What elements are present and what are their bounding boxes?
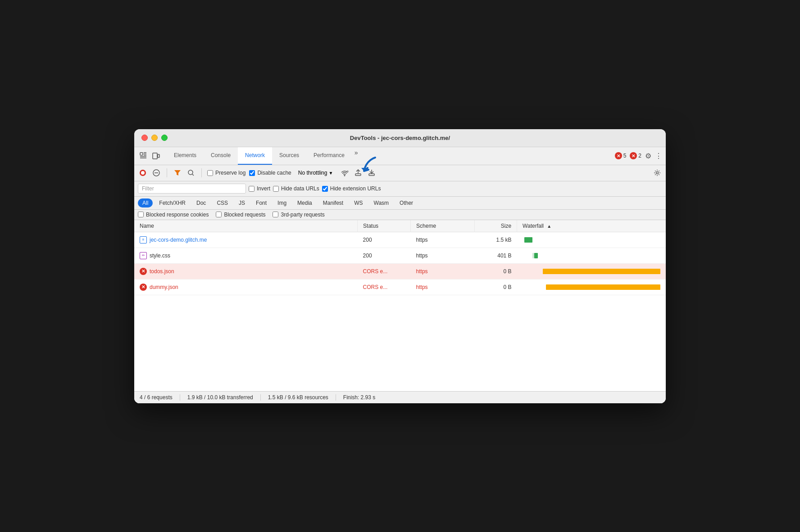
window-title: DevTools - jec-cors-demo.glitch.me/ <box>350 135 450 141</box>
error-badge-2[interactable]: ✕ 2 <box>630 152 641 159</box>
type-filter-all[interactable]: All <box>138 198 153 207</box>
resources-size: 1.5 kB / 9.6 kB resources <box>261 394 336 401</box>
tab-network[interactable]: Network <box>238 147 272 165</box>
toolbar-divider-2 <box>201 168 202 177</box>
blocked-requests-label[interactable]: Blocked requests <box>216 212 265 218</box>
col-header-scheme[interactable]: Scheme <box>411 220 475 232</box>
col-header-status[interactable]: Status <box>358 220 411 232</box>
row-name-cell: ✕ todos.json <box>134 263 358 279</box>
type-filter-fetch-xhr[interactable]: Fetch/XHR <box>155 198 190 207</box>
type-filter-media[interactable]: Media <box>293 198 317 207</box>
finish-time: Finish: 2.93 s <box>336 394 382 401</box>
type-filter-css[interactable]: CSS <box>212 198 232 207</box>
error-file-icon: ✕ <box>140 268 147 275</box>
devtools-window: DevTools - jec-cors-demo.glitch.me/ <box>134 129 666 403</box>
col-header-name[interactable]: Name <box>134 220 358 232</box>
col-header-waterfall[interactable]: Waterfall ▲ <box>517 220 666 232</box>
row-name-cell: jec-cors-demo.glitch.me <box>134 232 358 248</box>
device-toolbar-icon[interactable] <box>150 150 161 161</box>
css-file-icon: ✏ <box>140 252 147 259</box>
settings-icon[interactable]: ⚙ <box>645 152 651 160</box>
network-settings-button[interactable] <box>652 168 662 178</box>
row-status-cell: 200 <box>358 232 411 248</box>
preserve-log-label[interactable]: Preserve log <box>207 170 245 176</box>
title-bar: DevTools - jec-cors-demo.glitch.me/ <box>134 129 666 147</box>
row-waterfall-cell <box>517 279 666 295</box>
tab-console[interactable]: Console <box>204 147 238 165</box>
network-conditions-icon[interactable]: ⚙ <box>340 168 350 178</box>
svg-rect-0 <box>140 153 143 155</box>
traffic-lights <box>141 135 168 141</box>
svg-point-15 <box>344 175 345 176</box>
search-button[interactable] <box>186 168 196 178</box>
type-filter-font[interactable]: Font <box>251 198 271 207</box>
table-row[interactable]: ✕ dummy.json CORS e... https 0 B <box>134 279 666 295</box>
type-filter-wasm[interactable]: Wasm <box>369 198 394 207</box>
export-har-container <box>367 168 377 178</box>
disable-cache-label[interactable]: Disable cache <box>249 170 291 176</box>
more-options-icon[interactable]: ⋮ <box>655 152 662 160</box>
row-status-cell: 200 <box>358 248 411 263</box>
svg-point-22 <box>656 172 659 174</box>
tab-elements[interactable]: Elements <box>167 147 204 165</box>
hide-ext-urls-label[interactable]: Hide extension URLs <box>322 185 381 192</box>
row-waterfall-cell <box>517 248 666 263</box>
record-button[interactable] <box>138 168 148 178</box>
table-row[interactable]: jec-cors-demo.glitch.me 200 https 1.5 kB <box>134 232 666 248</box>
table-header: Name Status Scheme Size Waterfall <box>134 220 666 232</box>
invert-label[interactable]: Invert <box>249 185 270 192</box>
maximize-button[interactable] <box>161 135 168 141</box>
throttle-dropdown-arrow: ▼ <box>328 171 333 176</box>
blocked-requests-checkbox[interactable] <box>216 212 222 217</box>
type-filter-ws[interactable]: WS <box>350 198 367 207</box>
throttle-select[interactable]: No throttling ▼ <box>295 168 336 177</box>
clear-button[interactable] <box>151 168 161 178</box>
table-row[interactable]: ✕ todos.json CORS e... https 0 B <box>134 263 666 279</box>
tab-bar: Elements Console Network Sources Perform… <box>134 147 666 165</box>
svg-point-9 <box>141 171 145 175</box>
inspect-element-icon[interactable] <box>138 150 149 161</box>
more-tabs-button[interactable]: » <box>352 147 361 165</box>
type-filter-js[interactable]: JS <box>234 198 250 207</box>
error-file-icon-2: ✕ <box>140 284 147 291</box>
error-icon-2: ✕ <box>630 152 637 159</box>
tab-sources[interactable]: Sources <box>272 147 306 165</box>
row-size-cell: 0 B <box>474 279 517 295</box>
network-table-container: Name Status Scheme Size Waterfall <box>134 220 666 391</box>
type-filter-img[interactable]: Img <box>273 198 291 207</box>
tab-bar-right: ✕ 5 ✕ 2 ⚙ ⋮ <box>615 152 662 160</box>
minimize-button[interactable] <box>151 135 158 141</box>
row-waterfall-cell <box>517 263 666 279</box>
row-size-cell: 401 B <box>474 248 517 263</box>
close-button[interactable] <box>141 135 148 141</box>
row-scheme-cell: https <box>411 263 475 279</box>
filter-toggle-button[interactable] <box>173 168 182 178</box>
third-party-checkbox[interactable] <box>273 212 278 217</box>
transferred-size: 1.9 kB / 10.0 kB transferred <box>180 394 261 401</box>
type-filter-bar: All Fetch/XHR Doc CSS JS Font Img Media … <box>134 197 666 210</box>
error-icon-1: ✕ <box>615 152 622 159</box>
export-har-button[interactable] <box>367 168 377 178</box>
invert-checkbox[interactable] <box>249 186 255 192</box>
filter-input[interactable] <box>138 184 246 194</box>
tabs: Elements Console Network Sources Perform… <box>167 147 615 165</box>
type-filter-other[interactable]: Other <box>395 198 418 207</box>
type-filter-manifest[interactable]: Manifest <box>318 198 348 207</box>
hide-ext-urls-checkbox[interactable] <box>322 186 328 192</box>
tab-performance[interactable]: Performance <box>306 147 352 165</box>
filter-bar: Invert Hide data URLs Hide extension URL… <box>134 181 666 197</box>
svg-rect-19 <box>369 174 374 176</box>
blocked-cookies-checkbox[interactable] <box>138 212 144 217</box>
error-badge-1[interactable]: ✕ 5 <box>615 152 627 159</box>
table-row[interactable]: ✏ style.css 200 https 401 B <box>134 248 666 263</box>
col-header-size[interactable]: Size <box>474 220 517 232</box>
sort-arrow: ▲ <box>547 224 551 229</box>
import-har-button[interactable] <box>353 168 363 178</box>
third-party-label[interactable]: 3rd-party requests <box>273 212 324 218</box>
blocked-cookies-label[interactable]: Blocked response cookies <box>138 212 209 218</box>
hide-data-urls-checkbox[interactable] <box>273 186 279 192</box>
type-filter-doc[interactable]: Doc <box>192 198 210 207</box>
disable-cache-checkbox[interactable] <box>249 170 255 176</box>
preserve-log-checkbox[interactable] <box>207 170 213 176</box>
hide-data-urls-label[interactable]: Hide data URLs <box>273 185 319 192</box>
